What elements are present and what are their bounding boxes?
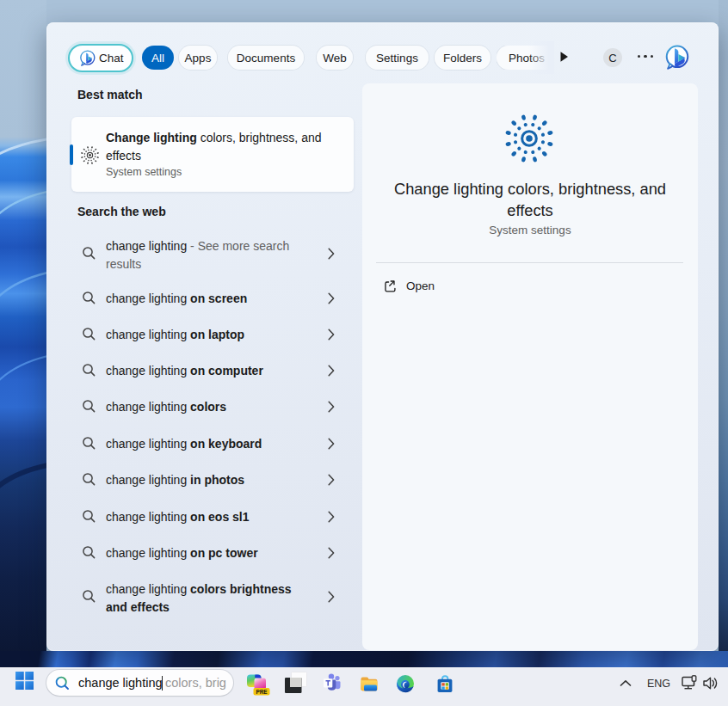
svg-text:PRE: PRE [256,689,268,695]
